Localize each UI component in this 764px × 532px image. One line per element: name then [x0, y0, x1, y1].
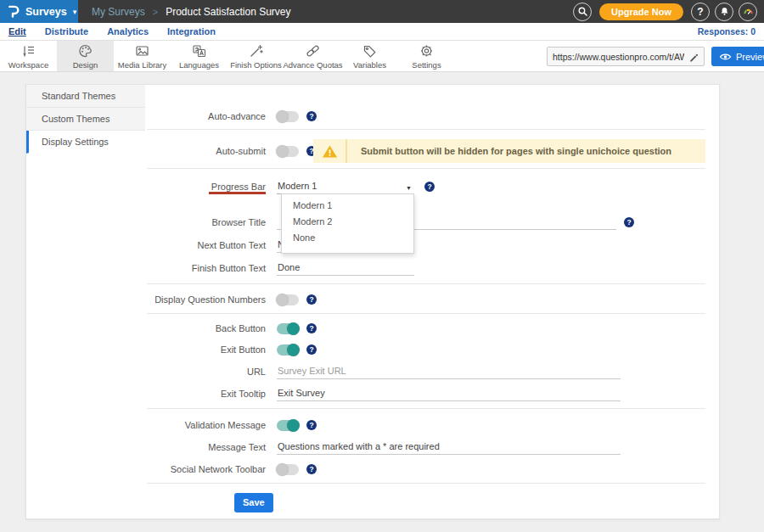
progress-bar-dropdown: Modern 1 Modern 2 None: [281, 193, 414, 254]
dropdown-option-modern-2[interactable]: Modern 2: [282, 213, 413, 229]
exit-button-label: Exit Button: [145, 344, 266, 355]
warning-text: Submit button will be hidden for pages w…: [347, 146, 671, 156]
divider: [147, 313, 705, 314]
nav-tab-analytics[interactable]: Analytics: [107, 26, 149, 36]
social-network-toolbar-row: Social Network Toolbar ?: [145, 462, 317, 477]
auto-submit-toggle[interactable]: [277, 146, 299, 157]
auto-submit-label: Auto-submit: [145, 146, 266, 156]
back-button-help-icon[interactable]: ?: [306, 323, 317, 333]
back-button-toggle[interactable]: [277, 323, 299, 334]
toolbar-item-media-library[interactable]: Media Library: [114, 41, 171, 71]
progress-bar-select[interactable]: Modern 1 ▼: [277, 180, 414, 194]
display-question-numbers-help-icon[interactable]: ?: [306, 294, 317, 305]
browser-title-label: Browser Title: [145, 217, 266, 227]
sidebar-item-standard-themes[interactable]: Standard Themes: [26, 85, 145, 108]
media-library-icon: [134, 43, 150, 59]
exit-url-label: URL: [145, 367, 266, 377]
edit-url-pencil-icon[interactable]: [688, 52, 699, 62]
exit-button-toggle[interactable]: [277, 344, 299, 356]
sidebar-item-custom-themes[interactable]: Custom Themes: [26, 108, 145, 131]
auto-submit-row: Auto-submit ?: [145, 139, 317, 163]
brand-label: Surveys: [25, 6, 67, 18]
nav-tab-edit[interactable]: Edit: [8, 26, 26, 36]
survey-url-box[interactable]: https://www.questionpro.com/t/AW22Zh44: [547, 47, 705, 66]
display-question-numbers-label: Display Question Numbers: [145, 294, 266, 305]
next-button-text-label: Next Button Text: [145, 240, 266, 250]
breadcrumb-parent[interactable]: My Surveys: [92, 6, 145, 18]
message-text-input[interactable]: Questions marked with a * are required: [277, 440, 621, 455]
help-icon[interactable]: ?: [691, 3, 710, 21]
workspace-icon: [20, 43, 37, 59]
validation-message-label: Validation Message: [145, 420, 266, 430]
design-settings-card: Standard Themes Custom Themes Display Se…: [25, 84, 720, 519]
usage-meter-gauge-icon[interactable]: [739, 3, 757, 21]
exit-button-help-icon[interactable]: ?: [306, 344, 317, 355]
validation-message-toggle[interactable]: [277, 420, 299, 431]
toolbar-item-variables[interactable]: Variables: [341, 41, 398, 71]
toolbar-item-workspace[interactable]: Workspace: [0, 41, 57, 71]
exit-url-input[interactable]: Survey Exit URL: [277, 365, 621, 379]
auto-advance-toggle[interactable]: [277, 111, 299, 122]
progress-bar-selected-value: Modern 1: [278, 181, 317, 191]
search-icon[interactable]: [573, 3, 592, 21]
finish-button-text-label: Finish Button Text: [145, 263, 266, 273]
save-button[interactable]: Save: [234, 493, 273, 512]
breadcrumb: My Surveys > Product Satisfaction Survey: [92, 6, 291, 18]
dropdown-option-none[interactable]: None: [282, 229, 413, 245]
design-palette-icon: [77, 43, 93, 59]
exit-tooltip-row: Exit Tooltip Exit Survey: [145, 386, 621, 401]
upgrade-now-button[interactable]: Upgrade Now: [599, 3, 683, 20]
product-switcher[interactable]: Surveys ▾: [0, 0, 78, 23]
preview-button[interactable]: Preview: [711, 47, 764, 66]
validation-message-help-icon[interactable]: ?: [306, 420, 317, 430]
display-settings-form: Auto-advance ? Auto-submit ? Submi: [145, 85, 719, 518]
languages-icon: [191, 43, 207, 59]
section-nav: Edit Distribute Analytics Integration Re…: [0, 23, 764, 41]
toolbar-item-finish-options[interactable]: Finish Options: [228, 41, 284, 71]
auto-submit-warning-banner: Submit button will be hidden for pages w…: [313, 139, 705, 163]
display-question-numbers-row: Display Question Numbers ?: [145, 292, 317, 307]
progress-bar-label: Progress Bar: [145, 182, 266, 192]
responses-count[interactable]: Responses: 0: [698, 26, 756, 36]
toolbar-item-design[interactable]: Design: [57, 41, 114, 71]
divider: [147, 129, 705, 130]
exit-tooltip-label: Exit Tooltip: [145, 389, 266, 399]
divider: [147, 408, 705, 409]
dropdown-option-modern-1[interactable]: Modern 1: [282, 197, 413, 213]
display-question-numbers-toggle[interactable]: [277, 294, 299, 305]
finish-button-text-row: Finish Button Text Done: [145, 260, 414, 276]
finish-button-text-input[interactable]: Done: [277, 261, 414, 276]
questionpro-logo-icon: [8, 4, 20, 19]
social-network-toolbar-toggle[interactable]: [277, 464, 299, 475]
eye-icon: [719, 52, 732, 62]
toolbar-item-settings[interactable]: Settings: [398, 41, 455, 71]
toolbar-item-languages[interactable]: Languages: [171, 41, 228, 71]
nav-tab-distribute[interactable]: Distribute: [45, 26, 88, 36]
nav-tab-integration[interactable]: Integration: [167, 26, 216, 36]
browser-title-help-icon[interactable]: ?: [624, 217, 634, 227]
header-actions: Upgrade Now ?: [573, 3, 764, 21]
breadcrumb-separator-icon: >: [153, 7, 158, 17]
chevron-down-icon: ▾: [73, 8, 77, 16]
survey-url-text: https://www.questionpro.com/t/AW22Zh44: [553, 52, 684, 62]
divider: [147, 283, 705, 284]
message-text-row: Message Text Questions marked with a * a…: [145, 440, 621, 455]
social-network-toolbar-label: Social Network Toolbar: [145, 464, 266, 474]
progress-bar-row: Progress Bar Modern 1 ▼ ? Modern 1 Moder…: [145, 179, 435, 194]
auto-advance-help-icon[interactable]: ?: [306, 111, 317, 121]
warning-triangle-icon: [313, 139, 347, 163]
advance-quotas-chain-icon: [305, 43, 321, 59]
chevron-down-icon: ▼: [406, 185, 412, 191]
progress-bar-help-icon[interactable]: ?: [424, 182, 435, 192]
notifications-bell-icon[interactable]: [715, 3, 733, 21]
sidebar-item-display-settings[interactable]: Display Settings: [26, 131, 145, 154]
toolbar-item-advance-quotas[interactable]: Advance Quotas: [284, 41, 341, 71]
exit-url-row: URL Survey Exit URL: [145, 364, 621, 379]
exit-tooltip-input[interactable]: Exit Survey: [277, 387, 621, 401]
exit-button-row: Exit Button ?: [145, 342, 317, 357]
social-network-toolbar-help-icon[interactable]: ?: [306, 464, 317, 474]
top-header: Surveys ▾ My Surveys > Product Satisfact…: [0, 0, 764, 23]
validation-message-row: Validation Message ?: [145, 417, 317, 433]
divider: [147, 483, 705, 484]
settings-gear-icon: [419, 43, 435, 59]
